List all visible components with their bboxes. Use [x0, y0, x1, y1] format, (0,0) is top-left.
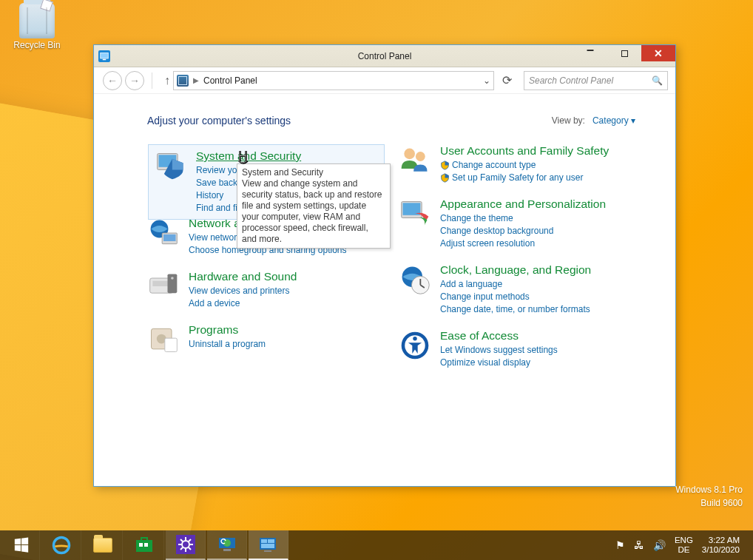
category-sublink[interactable]: Change input methods	[440, 291, 591, 303]
taskbar-settings[interactable]	[166, 530, 206, 560]
address-bar[interactable]: ▶ Control Panel ⌄	[173, 71, 494, 90]
search-input[interactable]	[529, 75, 640, 86]
system-security-icon	[155, 149, 187, 182]
category-sublink[interactable]: Add a language	[440, 278, 591, 291]
svg-rect-37	[264, 550, 271, 552]
page-heading: Adjust your computer's settings	[147, 115, 291, 126]
recycle-bin-icon	[19, 3, 55, 38]
category-title[interactable]: Clock, Language, and Region	[440, 263, 591, 277]
start-button[interactable]	[3, 530, 40, 560]
folder-icon	[93, 538, 112, 553]
taskbar-explorer[interactable]	[83, 530, 123, 560]
view-by-label: View by:	[552, 115, 585, 126]
taskbar-update[interactable]	[207, 530, 247, 560]
category-ease-of-access[interactable]: Ease of Access Let Windows suggest setti…	[399, 329, 635, 369]
svg-point-12	[404, 149, 415, 160]
taskbar-ie[interactable]	[41, 530, 81, 560]
category-sublink[interactable]: Change date, time, or number formats	[440, 303, 591, 316]
control-panel-window: Control Panel – ✕ ← → ↑ ▶ Control Panel …	[93, 44, 676, 487]
view-by-dropdown[interactable]: Category ▾	[592, 115, 635, 126]
category-clock-language-region[interactable]: Clock, Language, and Region Add a langua…	[399, 263, 635, 316]
svg-rect-34	[261, 539, 267, 543]
close-button[interactable]: ✕	[641, 45, 675, 61]
clock-icon	[399, 263, 431, 296]
nav-back-button[interactable]: ←	[103, 71, 122, 90]
desktop-icon-label: Recycle Bin	[7, 40, 67, 50]
category-title[interactable]: Hardware and Sound	[189, 270, 297, 283]
system-tray: ⚑ 🖧 🔊 ENGDE 3:22 AM3/10/2020	[615, 530, 750, 560]
nav-up-button[interactable]: ↑	[164, 74, 170, 87]
shield-icon	[440, 173, 450, 183]
taskbar-store[interactable]	[124, 530, 164, 560]
shield-icon	[440, 161, 450, 170]
tooltip: System and Security View and change syst…	[237, 163, 391, 249]
appearance-icon	[399, 198, 431, 230]
taskbar: ⚑ 🖧 🔊 ENGDE 3:22 AM3/10/2020	[0, 530, 753, 560]
tooltip-title: System and Security	[242, 167, 385, 178]
category-title[interactable]: User Accounts and Family Safety	[440, 144, 609, 158]
svg-rect-36	[261, 544, 274, 548]
volume-icon[interactable]: 🔊	[653, 539, 666, 551]
refresh-button[interactable]: ⟳	[497, 71, 516, 90]
cursor-icon	[237, 150, 251, 166]
svg-rect-35	[268, 539, 274, 543]
maximize-button[interactable]	[607, 45, 641, 61]
network-tray-icon[interactable]: 🖧	[634, 539, 644, 551]
svg-point-20	[413, 337, 417, 341]
category-sublink[interactable]: Uninstall a program	[189, 338, 266, 351]
category-sublink[interactable]: Let Windows suggest settings	[440, 344, 558, 357]
category-programs[interactable]: Programs Uninstall a program	[147, 323, 384, 356]
category-sublink[interactable]: Set up Family Safety for any user	[452, 172, 583, 184]
programs-icon	[147, 323, 180, 356]
chevron-right-icon: ▶	[193, 76, 199, 84]
control-panel-icon	[177, 75, 189, 87]
svg-rect-26	[139, 543, 143, 547]
category-hardware-sound[interactable]: Hardware and Sound View devices and prin…	[147, 270, 384, 310]
category-title[interactable]: Programs	[189, 323, 238, 337]
svg-rect-11	[165, 338, 178, 351]
svg-rect-32	[223, 549, 231, 551]
category-title[interactable]: Ease of Access	[440, 329, 519, 343]
minimize-button[interactable]: –	[573, 45, 607, 61]
category-sublink[interactable]: Change desktop background	[440, 225, 606, 237]
chevron-down-icon[interactable]: ⌄	[483, 75, 490, 86]
hardware-icon	[147, 270, 180, 303]
category-title[interactable]: Appearance and Personalization	[440, 198, 606, 211]
category-sublink[interactable]: Adjust screen resolution	[440, 237, 606, 250]
navigation-bar: ← → ↑ ▶ Control Panel ⌄ ⟳ 🔍	[94, 67, 675, 94]
network-icon	[147, 217, 180, 249]
tooltip-body: View and change system and security stat…	[242, 178, 385, 245]
category-sublink[interactable]: Optimize visual display	[440, 357, 558, 369]
category-sublink[interactable]: View devices and printers	[189, 285, 297, 297]
search-box[interactable]: 🔍	[524, 71, 668, 90]
nav-forward-button[interactable]: →	[125, 71, 144, 90]
action-center-icon[interactable]: ⚑	[615, 539, 625, 551]
desktop-icon-recycle-bin[interactable]: Recycle Bin	[7, 3, 67, 50]
category-appearance[interactable]: Appearance and Personalization Change th…	[399, 198, 635, 250]
category-user-accounts[interactable]: User Accounts and Family Safety Change a…	[399, 144, 635, 184]
category-sublink[interactable]: Change account type	[452, 159, 536, 172]
breadcrumb[interactable]: Control Panel	[203, 75, 257, 86]
category-sublink[interactable]: Change the theme	[440, 212, 606, 225]
svg-point-8	[171, 277, 174, 280]
ease-of-access-icon	[399, 329, 431, 362]
watermark: Windows 8.1 Pro Build 9600	[675, 483, 743, 510]
taskbar-control-panel[interactable]	[249, 530, 288, 560]
users-icon	[399, 144, 431, 177]
language-indicator[interactable]: ENGDE	[675, 536, 693, 555]
svg-point-13	[416, 152, 425, 161]
titlebar: Control Panel – ✕	[94, 45, 675, 67]
svg-rect-27	[144, 543, 148, 547]
category-sublink[interactable]: Add a device	[189, 297, 297, 310]
clock[interactable]: 3:22 AM3/10/2020	[702, 536, 740, 555]
svg-rect-4	[163, 235, 176, 241]
search-icon: 🔍	[652, 75, 663, 86]
